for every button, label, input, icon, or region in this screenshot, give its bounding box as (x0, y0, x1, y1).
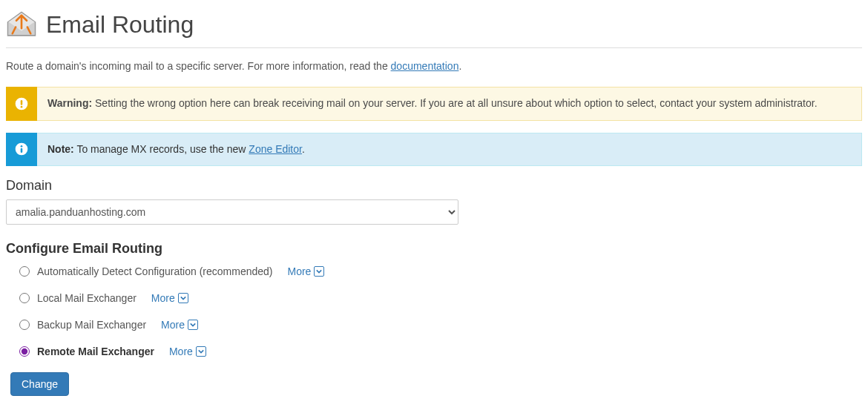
info-body: Note: To manage MX records, use the new … (37, 133, 862, 167)
description-text: Route a domain's incoming mail to a spec… (6, 60, 391, 72)
info-suffix: . (302, 143, 305, 155)
domain-select[interactable]: amalia.panduanhosting.com (6, 199, 458, 225)
more-label: More (287, 265, 311, 277)
radio-backup[interactable] (19, 320, 30, 330)
email-routing-icon (6, 9, 37, 40)
chevron-down-icon (314, 266, 324, 277)
info-prefix: To manage MX records, use the new (74, 143, 249, 155)
description-suffix: . (458, 60, 461, 72)
info-label: Note: (47, 143, 74, 155)
radio-label: Local Mail Exchanger (37, 292, 137, 304)
radio-label: Remote Mail Exchanger (37, 346, 154, 357)
radio-option-auto[interactable]: Automatically Detect Configuration (reco… (19, 265, 862, 277)
svg-point-7 (21, 145, 23, 148)
svg-rect-8 (21, 148, 23, 153)
more-toggle[interactable]: More (151, 292, 188, 304)
warning-text: Setting the wrong option here can break … (92, 97, 817, 109)
warning-label: Warning: (47, 97, 92, 109)
info-alert: Note: To manage MX records, use the new … (6, 133, 862, 167)
radio-list: Automatically Detect Configuration (reco… (6, 265, 862, 357)
change-button[interactable]: Change (10, 372, 69, 396)
warning-icon (6, 87, 37, 121)
more-label: More (169, 346, 193, 357)
warning-alert: Warning: Setting the wrong option here c… (6, 87, 862, 121)
chevron-down-icon (196, 346, 206, 357)
radio-label: Backup Mail Exchanger (37, 319, 146, 331)
page-header: Email Routing (6, 6, 862, 48)
documentation-link[interactable]: documentation (391, 60, 459, 72)
chevron-down-icon (188, 320, 198, 330)
warning-body: Warning: Setting the wrong option here c… (37, 87, 862, 121)
more-toggle[interactable]: More (169, 346, 206, 357)
chevron-down-icon (178, 293, 188, 303)
radio-auto[interactable] (19, 266, 30, 277)
svg-point-5 (21, 106, 23, 108)
zone-editor-link[interactable]: Zone Editor (249, 143, 302, 155)
radio-option-backup[interactable]: Backup Mail Exchanger More (19, 319, 862, 331)
more-label: More (161, 319, 185, 331)
page-description: Route a domain's incoming mail to a spec… (6, 60, 862, 72)
radio-label: Automatically Detect Configuration (reco… (37, 265, 272, 277)
page-title: Email Routing (46, 11, 194, 39)
radio-local[interactable] (19, 293, 30, 303)
domain-label: Domain (6, 178, 862, 194)
more-toggle[interactable]: More (161, 319, 198, 331)
config-title: Configure Email Routing (6, 241, 862, 257)
more-label: More (151, 292, 175, 304)
more-toggle[interactable]: More (287, 265, 324, 277)
radio-option-local[interactable]: Local Mail Exchanger More (19, 292, 862, 304)
info-icon (6, 133, 37, 167)
radio-option-remote[interactable]: Remote Mail Exchanger More (19, 346, 862, 357)
radio-remote[interactable] (19, 346, 30, 357)
svg-rect-4 (21, 100, 23, 105)
